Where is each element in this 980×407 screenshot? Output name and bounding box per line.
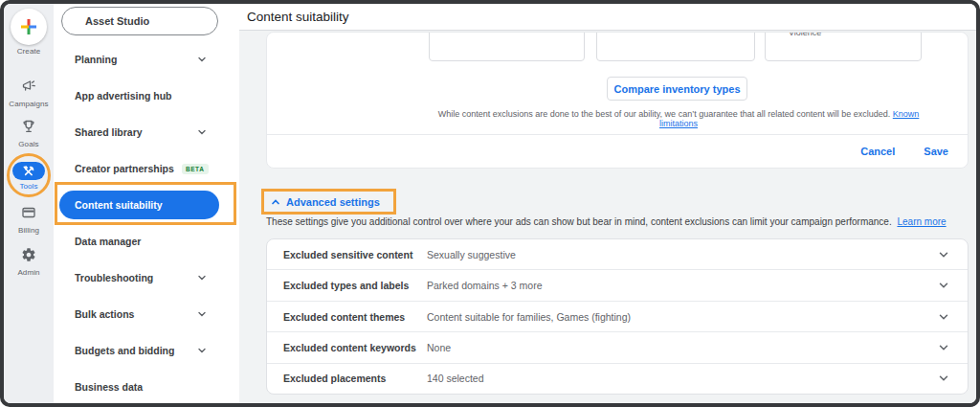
row-excluded-content-keywords[interactable]: Excluded content keywords None <box>267 331 968 362</box>
tools-sidebar: Asset Studio Planning App advertising hu… <box>54 4 239 403</box>
chevron-down-icon[interactable] <box>937 248 950 261</box>
plus-icon <box>11 9 47 45</box>
sidebar-item-content-suitability[interactable]: Content suitability <box>54 187 239 223</box>
row-value: Sexually suggestive <box>427 249 937 260</box>
create-button[interactable]: Create <box>4 9 54 56</box>
compare-inventory-types-button[interactable]: Compare inventory types <box>607 77 747 101</box>
sidebar-item-business-data[interactable]: Business data <box>54 369 239 403</box>
rail-item-label: Create <box>4 47 54 56</box>
sidebar-item-label: Budgets and bidding <box>75 345 174 356</box>
tools-icon <box>12 162 45 180</box>
row-excluded-content-themes[interactable]: Excluded content themes Content suitable… <box>267 301 968 331</box>
description-body: These settings give you additional contr… <box>266 216 892 227</box>
content-exclusions-card: Violence Compare inventory types While c… <box>266 32 969 169</box>
advanced-settings-description: These settings give you additional contr… <box>266 216 957 227</box>
row-label: Excluded content keywords <box>283 342 427 353</box>
chevron-down-icon[interactable] <box>937 279 950 292</box>
nav-rail: Create Campaigns <box>4 4 54 403</box>
page-header: Content suitability <box>239 4 976 31</box>
screenshot-frame: Create Campaigns <box>0 0 980 407</box>
chevron-up-icon <box>270 196 281 208</box>
exclusion-option-box: Violence <box>765 32 922 61</box>
credit-card-icon <box>21 205 36 220</box>
rail-item-goals[interactable]: Goals <box>4 119 54 148</box>
megaphone-icon <box>21 79 36 94</box>
rail-item-campaigns[interactable]: Campaigns <box>4 79 54 108</box>
disclaimer-body: While content exclusions are done to the… <box>438 109 891 119</box>
annotation-box-advanced-settings: Advanced settings <box>261 189 396 215</box>
sidebar-item-app-advertising-hub[interactable]: App advertising hub <box>54 78 239 114</box>
row-label: Excluded content themes <box>283 311 427 323</box>
card-footer: Cancel Save <box>267 134 968 168</box>
sidebar-item-bulk-actions[interactable]: Bulk actions <box>54 296 239 332</box>
sidebar-item-label: Business data <box>75 381 143 393</box>
row-value: Content suitable for families, Games (fi… <box>427 311 937 323</box>
row-excluded-sensitive-content[interactable]: Excluded sensitive content Sexually sugg… <box>267 239 968 269</box>
sidebar-item-label: App advertising hub <box>75 90 172 102</box>
selected-pill[interactable]: Content suitability <box>59 191 219 219</box>
sidebar-item-data-manager[interactable]: Data manager <box>54 223 239 260</box>
row-excluded-placements[interactable]: Excluded placements 140 selected <box>267 363 968 394</box>
chevron-down-icon[interactable] <box>196 345 208 356</box>
exclusion-option-box <box>596 32 755 61</box>
exclusion-option-box <box>429 32 585 61</box>
rail-item-label: Goals <box>4 140 54 148</box>
rail-item-label: Admin <box>4 268 54 277</box>
save-button[interactable]: Save <box>924 146 948 157</box>
sidebar-item-troubleshooting[interactable]: Troubleshooting <box>54 260 239 296</box>
rail-item-label: Campaigns <box>4 100 54 108</box>
sidebar-item-label: Data manager <box>75 236 141 247</box>
sidebar-item-label: Bulk actions <box>75 308 134 320</box>
sidebar-item-label: Troubleshooting <box>75 272 153 283</box>
advanced-settings-toggle[interactable]: Advanced settings <box>264 192 393 212</box>
chevron-down-icon[interactable] <box>196 126 208 138</box>
sidebar-item-planning[interactable]: Planning <box>54 41 239 78</box>
chevron-down-icon[interactable] <box>937 341 950 354</box>
disclaimer-text: While content exclusions are done to the… <box>430 109 927 128</box>
sidebar-menu: Planning App advertising hub Shared libr… <box>54 41 239 403</box>
page-title: Content suitability <box>247 10 349 24</box>
row-excluded-types-and-labels[interactable]: Excluded types and labels Parked domains… <box>267 269 968 300</box>
row-value: 140 selected <box>427 373 937 384</box>
beta-badge: BETA <box>182 164 209 174</box>
sidebar-item-creator-partnerships[interactable]: Creator partnerships BETA <box>54 150 239 187</box>
rail-item-tools[interactable]: Tools <box>4 162 54 191</box>
chevron-down-icon[interactable] <box>196 272 208 283</box>
sidebar-item-label: Planning <box>75 54 117 65</box>
trophy-icon <box>21 119 36 134</box>
row-label: Excluded placements <box>283 373 427 384</box>
chevron-down-icon[interactable] <box>196 308 208 320</box>
sidebar-item-label: Content suitability <box>75 199 163 211</box>
chevron-down-icon[interactable] <box>196 54 208 65</box>
sidebar-item-label: Shared library <box>75 126 143 138</box>
sidebar-item-budgets-and-bidding[interactable]: Budgets and bidding <box>54 332 239 369</box>
sidebar-item-shared-library[interactable]: Shared library <box>54 114 239 150</box>
asset-studio-label: Asset Studio <box>85 15 149 27</box>
sidebar-item-label: Creator partnerships <box>75 163 174 174</box>
chevron-down-icon[interactable] <box>937 310 950 324</box>
row-value: Parked domains + 3 more <box>427 280 937 291</box>
rail-item-label: Tools <box>4 182 54 191</box>
cancel-button[interactable]: Cancel <box>860 146 895 157</box>
exclusion-option-label: Violence <box>766 32 921 37</box>
row-value: None <box>427 342 937 353</box>
row-label: Excluded types and labels <box>283 280 427 291</box>
learn-more-link[interactable]: Learn more <box>897 216 946 227</box>
asset-studio-button[interactable]: Asset Studio <box>61 7 218 35</box>
rail-item-admin[interactable]: Admin <box>4 247 54 277</box>
google-ads-app: Create Campaigns <box>4 4 976 403</box>
main-content: Violence Compare inventory types While c… <box>239 31 976 403</box>
gear-icon <box>21 247 36 262</box>
advanced-settings-list: Excluded sensitive content Sexually sugg… <box>266 238 969 395</box>
rail-item-billing[interactable]: Billing <box>4 205 54 235</box>
rail-item-label: Billing <box>4 226 54 235</box>
row-label: Excluded sensitive content <box>283 249 427 260</box>
advanced-settings-label: Advanced settings <box>286 196 380 208</box>
chevron-down-icon[interactable] <box>937 372 950 385</box>
